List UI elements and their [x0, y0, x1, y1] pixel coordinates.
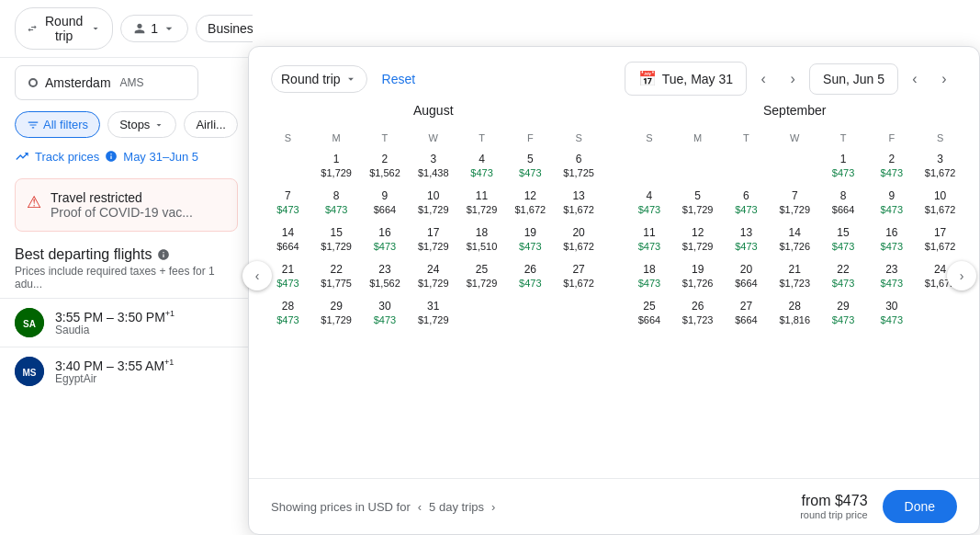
calendar-cell[interactable]: 27$1,672	[555, 257, 603, 294]
calendar-cell[interactable]: 4$473	[625, 184, 674, 221]
calendar-cell[interactable]: 1$1,729	[312, 147, 361, 184]
calendar-cell[interactable]: 3$1,438	[409, 147, 457, 184]
calendar-cell[interactable]: 5$1,729	[673, 184, 722, 221]
origin-input[interactable]: Amsterdam AMS	[15, 65, 198, 100]
cabin-class-label: Business	[208, 21, 253, 36]
calendar-cell[interactable]: 22$473	[819, 257, 868, 294]
calendar-cell[interactable]: 9$664	[361, 184, 410, 221]
calendar-cell[interactable]: 7$1,729	[771, 184, 819, 221]
all-filters-button[interactable]: All filters	[15, 111, 100, 138]
aug-tue-header: T	[361, 129, 410, 147]
calendar-cell[interactable]: 15$473	[819, 221, 868, 257]
start-date-next-button[interactable]: ›	[780, 66, 805, 92]
calendar-cell[interactable]: 16$473	[867, 221, 916, 257]
calendar-cell[interactable]: 26$473	[506, 257, 555, 294]
calendar-cell[interactable]: 30$473	[361, 294, 410, 331]
stops-button[interactable]: Stops	[107, 111, 176, 138]
calendar-cell[interactable]: 19$473	[506, 221, 555, 257]
calendar-cell[interactable]: 1$473	[819, 147, 868, 184]
calendar-cell[interactable]: 17$1,729	[409, 221, 457, 257]
calendar-cell	[264, 147, 312, 184]
calendar-cell[interactable]: 23$473	[867, 257, 916, 294]
svg-text:MS: MS	[23, 368, 37, 378]
calendar-cell[interactable]: 14$664	[264, 221, 312, 257]
warning-subtitle: Proof of COVID-19 vac...	[51, 205, 193, 220]
calendar-cell[interactable]: 6$473	[722, 184, 771, 221]
calendar-cell[interactable]: 14$1,726	[771, 221, 819, 257]
calendar-cell[interactable]: 23$1,562	[361, 257, 410, 294]
calendar-overlay: Round trip Reset 📅 Tue, May 31 ‹ › Sun, …	[248, 46, 980, 535]
calendar-cell[interactable]: 28$473	[264, 294, 312, 331]
cabin-class-button[interactable]: Business	[196, 15, 253, 42]
trip-duration-next-button[interactable]: ›	[491, 500, 495, 514]
prev-month-button[interactable]: ‹	[242, 261, 272, 290]
calendar-cell[interactable]: 21$1,723	[771, 257, 819, 294]
cal-start-date-button[interactable]: 📅 Tue, May 31	[625, 62, 747, 96]
calendar-nav-left[interactable]: ‹	[242, 261, 272, 290]
calendar-cell[interactable]: 10$1,672	[916, 184, 964, 221]
calendar-cell[interactable]: 13$473	[722, 221, 771, 257]
september-title: September	[625, 103, 965, 118]
calendar-cell[interactable]: 10$1,729	[409, 184, 457, 221]
track-prices[interactable]: Track prices May 31–Jun 5	[0, 142, 253, 171]
calendar-cell[interactable]: 19$1,726	[673, 257, 722, 294]
calendar-cell[interactable]: 12$1,729	[673, 221, 722, 257]
calendar-cell[interactable]: 17$1,672	[916, 221, 964, 257]
calendar-cell[interactable]: 6$1,725	[555, 147, 603, 184]
done-button[interactable]: Done	[883, 490, 957, 523]
sep-fri-header: F	[867, 129, 916, 147]
cal-trip-type-selector[interactable]: Round trip	[271, 65, 367, 93]
calendar-cell[interactable]: 20$1,672	[555, 221, 603, 257]
calendar-cell[interactable]: 13$1,672	[555, 184, 603, 221]
calendar-cell[interactable]: 3$1,672	[916, 147, 964, 184]
august-grid: 1$1,7292$1,5623$1,4384$4735$4736$1,7257$…	[264, 147, 603, 331]
calendar-cell[interactable]: 18$473	[625, 257, 674, 294]
airlines-button[interactable]: Airli...	[184, 111, 238, 138]
calendar-cell[interactable]: 26$1,723	[673, 294, 722, 331]
start-date-prev-button[interactable]: ‹	[750, 66, 776, 92]
trip-type-button[interactable]: Round trip	[15, 7, 113, 50]
calendar-cell[interactable]: 11$1,729	[457, 184, 506, 221]
calendar-cell[interactable]: 28$1,816	[771, 294, 819, 331]
calendar-cell[interactable]: 20$664	[722, 257, 771, 294]
flight-row-2[interactable]: MS 3:40 PM – 3:55 AM+1 EgyptAir	[0, 347, 253, 395]
calendar-cell[interactable]: 2$473	[867, 147, 916, 184]
calendar-cell[interactable]: 29$473	[819, 294, 868, 331]
cal-end-date-button[interactable]: Sun, Jun 5	[809, 63, 898, 95]
passengers-label: 1	[151, 21, 158, 36]
calendar-cell[interactable]: 25$664	[625, 294, 674, 331]
calendar-cell[interactable]: 25$1,729	[457, 257, 506, 294]
end-date-next-button[interactable]: ›	[931, 66, 957, 92]
calendar-cell[interactable]: 31$1,729	[409, 294, 457, 331]
trip-duration-prev-button[interactable]: ‹	[418, 500, 422, 514]
calendar-cell[interactable]: 8$664	[819, 184, 868, 221]
calendar-cell[interactable]: 18$1,510	[457, 221, 506, 257]
showing-prices-text: Showing prices in USD for	[271, 500, 411, 514]
calendar-cell[interactable]: 24$1,729	[409, 257, 457, 294]
calendar-cell	[916, 294, 964, 331]
calendar-cell[interactable]: 8$473	[312, 184, 361, 221]
flight-superscript-2: +1	[164, 358, 174, 367]
trending-up-icon	[15, 149, 29, 164]
calendar-cell[interactable]: 15$1,729	[312, 221, 361, 257]
calendar-cell[interactable]: 29$1,729	[312, 294, 361, 331]
end-date-prev-button[interactable]: ‹	[902, 66, 928, 92]
calendar-cell[interactable]: 22$1,775	[312, 257, 361, 294]
aug-mon-header: M	[312, 129, 361, 147]
calendar-cell[interactable]: 27$664	[722, 294, 771, 331]
calendar-cell[interactable]: 30$473	[867, 294, 916, 331]
calendar-cell[interactable]: 11$473	[625, 221, 674, 257]
calendar-cell[interactable]: 7$473	[264, 184, 312, 221]
calendar-cell[interactable]: 16$473	[361, 221, 410, 257]
passengers-button[interactable]: 1	[120, 15, 188, 42]
calendar-cell[interactable]: 9$473	[867, 184, 916, 221]
cal-end-date: Sun, Jun 5	[823, 72, 884, 86]
flight-row-1[interactable]: SA 3:55 PM – 3:50 PM+1 Saudia	[0, 298, 253, 347]
calendar-nav-right[interactable]: ›	[947, 261, 976, 290]
calendar-cell[interactable]: 12$1,672	[506, 184, 555, 221]
next-month-button[interactable]: ›	[947, 261, 976, 290]
calendar-cell[interactable]: 2$1,562	[361, 147, 410, 184]
cal-reset-button[interactable]: Reset	[382, 72, 416, 86]
calendar-cell[interactable]: 5$473	[506, 147, 555, 184]
calendar-cell[interactable]: 4$473	[457, 147, 506, 184]
